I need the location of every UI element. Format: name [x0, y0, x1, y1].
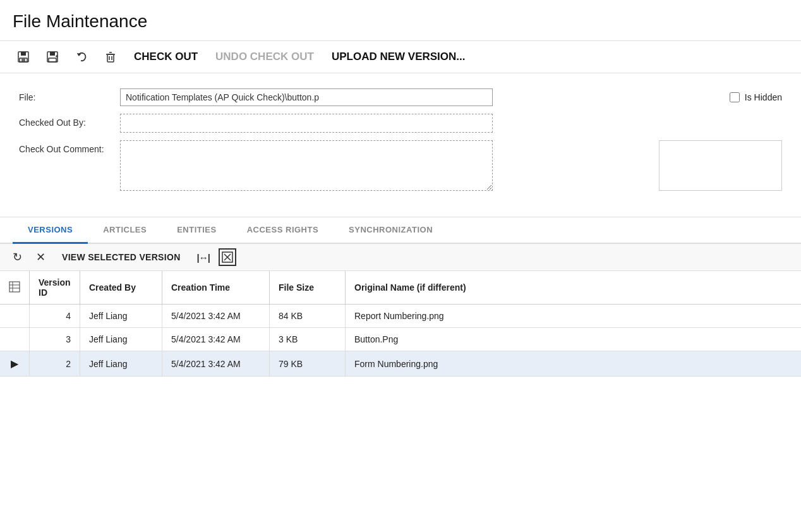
save-as-button[interactable]	[39, 46, 66, 68]
file-size-3: 79 KB	[270, 351, 346, 377]
header-created-by: Created By	[80, 271, 162, 305]
header-original-name: Original Name (if different)	[346, 271, 802, 305]
checked-out-by-input[interactable]	[120, 114, 493, 133]
versions-close-button[interactable]: ✕	[31, 248, 51, 267]
header-file-size: File Size	[270, 271, 346, 305]
fit-width-icon: |↔|	[197, 252, 210, 263]
comment-right-panel	[659, 140, 782, 191]
tab-articles[interactable]: ARTICLES	[88, 217, 162, 244]
svg-rect-2	[20, 58, 27, 62]
check-out-comment-row: Check Out Comment:	[19, 140, 782, 193]
version-id-3: 2	[30, 351, 80, 377]
versions-content: ↻ ✕ VIEW SELECTED VERSION |↔|	[0, 244, 801, 377]
tabs-section: VERSIONS ARTICLES ENTITIES ACCESS RIGHTS…	[0, 217, 801, 377]
fit-width-button[interactable]: |↔|	[192, 250, 215, 265]
cancel-icon-button[interactable]	[219, 248, 236, 266]
file-input[interactable]	[120, 88, 493, 106]
creation-time-1: 5/4/2021 3:42 AM	[162, 305, 270, 328]
svg-rect-6	[50, 52, 55, 56]
tab-entities[interactable]: ENTITIES	[162, 217, 232, 244]
file-size-2: 3 KB	[270, 328, 346, 351]
versions-refresh-button[interactable]: ↻	[8, 248, 27, 267]
tab-versions[interactable]: VERSIONS	[13, 217, 88, 244]
version-id-2: 3	[30, 328, 80, 351]
versions-table: Version ID Created By Creation Time File…	[0, 271, 801, 377]
is-hidden-checkbox[interactable]	[730, 92, 740, 102]
view-selected-version-button[interactable]: VIEW SELECTED VERSION	[54, 250, 188, 265]
table-row[interactable]: 4 Jeff Liang 5/4/2021 3:42 AM 84 KB Repo…	[0, 305, 801, 328]
version-id-1: 4	[30, 305, 80, 328]
delete-button[interactable]	[97, 46, 124, 68]
table-settings-icon	[9, 281, 20, 293]
save-as-icon	[45, 50, 59, 64]
row-indicator-3: ▶	[0, 351, 30, 377]
header-icon-cell	[0, 271, 30, 305]
row-indicator-2	[0, 328, 30, 351]
page-title: File Maintenance	[0, 0, 801, 40]
checkout-button[interactable]: CHECK OUT	[126, 47, 205, 67]
svg-rect-7	[49, 58, 56, 62]
row-indicator-1	[0, 305, 30, 328]
save-icon	[16, 50, 30, 64]
table-row[interactable]: ▶ 2 Jeff Liang 5/4/2021 3:42 AM 79 KB Fo…	[0, 351, 801, 377]
original-name-3: Form Numbering.png	[346, 351, 802, 377]
is-hidden-label: Is Hidden	[745, 92, 782, 102]
checked-out-by-field-wrapper	[120, 114, 782, 133]
undo-checkout-button: UNDO CHECK OUT	[208, 47, 322, 67]
undo-button[interactable]	[68, 46, 95, 68]
creation-time-3: 5/4/2021 3:42 AM	[162, 351, 270, 377]
delete-icon	[104, 50, 117, 64]
created-by-2: Jeff Liang	[80, 328, 162, 351]
check-out-comment-textarea[interactable]	[120, 140, 493, 191]
checked-out-by-label: Checked Out By:	[19, 114, 120, 128]
table-row[interactable]: 3 Jeff Liang 5/4/2021 3:42 AM 3 KB Butto…	[0, 328, 801, 351]
close-icon: ✕	[36, 250, 45, 264]
header-creation-time: Creation Time	[162, 271, 270, 305]
versions-toolbar: ↻ ✕ VIEW SELECTED VERSION |↔|	[0, 244, 801, 271]
table-header-row: Version ID Created By Creation Time File…	[0, 271, 801, 305]
original-name-2: Button.Png	[346, 328, 802, 351]
header-version-id: Version ID	[30, 271, 80, 305]
undo-icon	[75, 50, 88, 64]
save-button[interactable]	[10, 46, 37, 68]
created-by-3: Jeff Liang	[80, 351, 162, 377]
created-by-1: Jeff Liang	[80, 305, 162, 328]
file-label: File:	[19, 88, 120, 102]
table-body: 4 Jeff Liang 5/4/2021 3:42 AM 84 KB Repo…	[0, 305, 801, 377]
file-size-1: 84 KB	[270, 305, 346, 328]
tab-synchronization[interactable]: SYNCHRONIZATION	[334, 217, 448, 244]
svg-rect-1	[21, 52, 26, 56]
tabs-header: VERSIONS ARTICLES ENTITIES ACCESS RIGHTS…	[0, 217, 801, 244]
file-field-wrapper	[120, 88, 717, 106]
svg-rect-17	[9, 282, 20, 292]
svg-rect-9	[107, 54, 114, 62]
form-section: File: Is Hidden Checked Out By: Check Ou…	[0, 73, 801, 207]
refresh-icon: ↻	[13, 250, 22, 264]
checked-out-by-row: Checked Out By:	[19, 114, 782, 133]
check-out-comment-label: Check Out Comment:	[19, 140, 120, 154]
file-row: File: Is Hidden	[19, 88, 782, 106]
tab-access-rights[interactable]: ACCESS RIGHTS	[232, 217, 334, 244]
main-toolbar: CHECK OUT UNDO CHECK OUT UPLOAD NEW VERS…	[0, 40, 801, 73]
is-hidden-wrapper: Is Hidden	[730, 88, 782, 102]
creation-time-2: 5/4/2021 3:42 AM	[162, 328, 270, 351]
original-name-1: Report Numbering.png	[346, 305, 802, 328]
check-out-comment-field-wrapper	[120, 140, 649, 193]
upload-new-version-button[interactable]: UPLOAD NEW VERSION...	[324, 47, 473, 67]
x-box-icon	[222, 251, 233, 263]
